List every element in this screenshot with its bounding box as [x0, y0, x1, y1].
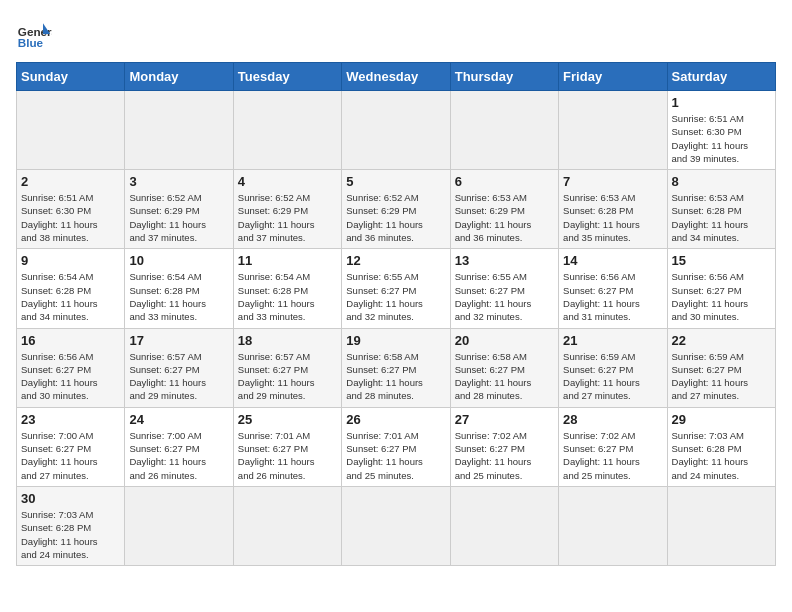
- calendar-cell: 30Sunrise: 7:03 AM Sunset: 6:28 PM Dayli…: [17, 486, 125, 565]
- weekday-header-thursday: Thursday: [450, 63, 558, 91]
- calendar-cell: 24Sunrise: 7:00 AM Sunset: 6:27 PM Dayli…: [125, 407, 233, 486]
- weekday-header-wednesday: Wednesday: [342, 63, 450, 91]
- day-info: Sunrise: 6:53 AM Sunset: 6:29 PM Dayligh…: [455, 191, 554, 244]
- calendar-cell: 14Sunrise: 6:56 AM Sunset: 6:27 PM Dayli…: [559, 249, 667, 328]
- day-number: 11: [238, 253, 337, 268]
- day-info: Sunrise: 7:03 AM Sunset: 6:28 PM Dayligh…: [21, 508, 120, 561]
- day-number: 15: [672, 253, 771, 268]
- calendar-cell: [342, 486, 450, 565]
- logo-icon: General Blue: [16, 16, 52, 52]
- day-info: Sunrise: 6:54 AM Sunset: 6:28 PM Dayligh…: [21, 270, 120, 323]
- calendar-cell: 20Sunrise: 6:58 AM Sunset: 6:27 PM Dayli…: [450, 328, 558, 407]
- calendar-cell: [450, 91, 558, 170]
- calendar-cell: 19Sunrise: 6:58 AM Sunset: 6:27 PM Dayli…: [342, 328, 450, 407]
- day-info: Sunrise: 6:55 AM Sunset: 6:27 PM Dayligh…: [346, 270, 445, 323]
- day-number: 29: [672, 412, 771, 427]
- calendar-cell: 18Sunrise: 6:57 AM Sunset: 6:27 PM Dayli…: [233, 328, 341, 407]
- day-number: 20: [455, 333, 554, 348]
- calendar-cell: 29Sunrise: 7:03 AM Sunset: 6:28 PM Dayli…: [667, 407, 775, 486]
- calendar-cell: 26Sunrise: 7:01 AM Sunset: 6:27 PM Dayli…: [342, 407, 450, 486]
- day-number: 18: [238, 333, 337, 348]
- day-info: Sunrise: 6:57 AM Sunset: 6:27 PM Dayligh…: [238, 350, 337, 403]
- calendar-cell: [450, 486, 558, 565]
- day-info: Sunrise: 7:03 AM Sunset: 6:28 PM Dayligh…: [672, 429, 771, 482]
- weekday-header-tuesday: Tuesday: [233, 63, 341, 91]
- day-info: Sunrise: 6:56 AM Sunset: 6:27 PM Dayligh…: [21, 350, 120, 403]
- calendar-cell: [667, 486, 775, 565]
- day-info: Sunrise: 6:56 AM Sunset: 6:27 PM Dayligh…: [563, 270, 662, 323]
- calendar-week-row: 2Sunrise: 6:51 AM Sunset: 6:30 PM Daylig…: [17, 170, 776, 249]
- day-info: Sunrise: 7:01 AM Sunset: 6:27 PM Dayligh…: [346, 429, 445, 482]
- calendar-cell: 7Sunrise: 6:53 AM Sunset: 6:28 PM Daylig…: [559, 170, 667, 249]
- calendar-cell: 25Sunrise: 7:01 AM Sunset: 6:27 PM Dayli…: [233, 407, 341, 486]
- day-number: 28: [563, 412, 662, 427]
- calendar-cell: [125, 91, 233, 170]
- calendar-cell: 11Sunrise: 6:54 AM Sunset: 6:28 PM Dayli…: [233, 249, 341, 328]
- day-info: Sunrise: 7:00 AM Sunset: 6:27 PM Dayligh…: [21, 429, 120, 482]
- day-info: Sunrise: 6:57 AM Sunset: 6:27 PM Dayligh…: [129, 350, 228, 403]
- day-info: Sunrise: 7:02 AM Sunset: 6:27 PM Dayligh…: [563, 429, 662, 482]
- day-number: 16: [21, 333, 120, 348]
- day-info: Sunrise: 6:53 AM Sunset: 6:28 PM Dayligh…: [563, 191, 662, 244]
- calendar-cell: [233, 91, 341, 170]
- day-number: 21: [563, 333, 662, 348]
- calendar-week-row: 23Sunrise: 7:00 AM Sunset: 6:27 PM Dayli…: [17, 407, 776, 486]
- calendar-cell: [559, 486, 667, 565]
- day-number: 19: [346, 333, 445, 348]
- day-info: Sunrise: 6:59 AM Sunset: 6:27 PM Dayligh…: [672, 350, 771, 403]
- day-number: 6: [455, 174, 554, 189]
- calendar-week-row: 30Sunrise: 7:03 AM Sunset: 6:28 PM Dayli…: [17, 486, 776, 565]
- day-number: 22: [672, 333, 771, 348]
- calendar-cell: 4Sunrise: 6:52 AM Sunset: 6:29 PM Daylig…: [233, 170, 341, 249]
- calendar-cell: 28Sunrise: 7:02 AM Sunset: 6:27 PM Dayli…: [559, 407, 667, 486]
- day-number: 12: [346, 253, 445, 268]
- day-number: 26: [346, 412, 445, 427]
- calendar-cell: 22Sunrise: 6:59 AM Sunset: 6:27 PM Dayli…: [667, 328, 775, 407]
- calendar-cell: 1Sunrise: 6:51 AM Sunset: 6:30 PM Daylig…: [667, 91, 775, 170]
- day-number: 27: [455, 412, 554, 427]
- day-number: 9: [21, 253, 120, 268]
- day-info: Sunrise: 7:01 AM Sunset: 6:27 PM Dayligh…: [238, 429, 337, 482]
- calendar-week-row: 16Sunrise: 6:56 AM Sunset: 6:27 PM Dayli…: [17, 328, 776, 407]
- calendar-cell: 5Sunrise: 6:52 AM Sunset: 6:29 PM Daylig…: [342, 170, 450, 249]
- day-info: Sunrise: 6:58 AM Sunset: 6:27 PM Dayligh…: [455, 350, 554, 403]
- calendar-cell: 3Sunrise: 6:52 AM Sunset: 6:29 PM Daylig…: [125, 170, 233, 249]
- day-info: Sunrise: 6:52 AM Sunset: 6:29 PM Dayligh…: [129, 191, 228, 244]
- day-number: 3: [129, 174, 228, 189]
- calendar-cell: 15Sunrise: 6:56 AM Sunset: 6:27 PM Dayli…: [667, 249, 775, 328]
- day-number: 7: [563, 174, 662, 189]
- day-number: 13: [455, 253, 554, 268]
- logo: General Blue: [16, 16, 52, 52]
- calendar-cell: 10Sunrise: 6:54 AM Sunset: 6:28 PM Dayli…: [125, 249, 233, 328]
- calendar-cell: [559, 91, 667, 170]
- calendar-cell: 17Sunrise: 6:57 AM Sunset: 6:27 PM Dayli…: [125, 328, 233, 407]
- calendar-week-row: 9Sunrise: 6:54 AM Sunset: 6:28 PM Daylig…: [17, 249, 776, 328]
- day-number: 5: [346, 174, 445, 189]
- day-number: 17: [129, 333, 228, 348]
- day-info: Sunrise: 6:54 AM Sunset: 6:28 PM Dayligh…: [129, 270, 228, 323]
- day-info: Sunrise: 7:00 AM Sunset: 6:27 PM Dayligh…: [129, 429, 228, 482]
- weekday-header-friday: Friday: [559, 63, 667, 91]
- calendar-cell: [342, 91, 450, 170]
- weekday-header-monday: Monday: [125, 63, 233, 91]
- calendar-table: SundayMondayTuesdayWednesdayThursdayFrid…: [16, 62, 776, 566]
- calendar-cell: 27Sunrise: 7:02 AM Sunset: 6:27 PM Dayli…: [450, 407, 558, 486]
- day-info: Sunrise: 7:02 AM Sunset: 6:27 PM Dayligh…: [455, 429, 554, 482]
- calendar-week-row: 1Sunrise: 6:51 AM Sunset: 6:30 PM Daylig…: [17, 91, 776, 170]
- day-info: Sunrise: 6:52 AM Sunset: 6:29 PM Dayligh…: [238, 191, 337, 244]
- weekday-header-sunday: Sunday: [17, 63, 125, 91]
- calendar-cell: [125, 486, 233, 565]
- calendar-cell: [233, 486, 341, 565]
- weekday-header-row: SundayMondayTuesdayWednesdayThursdayFrid…: [17, 63, 776, 91]
- day-number: 14: [563, 253, 662, 268]
- calendar-cell: 23Sunrise: 7:00 AM Sunset: 6:27 PM Dayli…: [17, 407, 125, 486]
- calendar-cell: 12Sunrise: 6:55 AM Sunset: 6:27 PM Dayli…: [342, 249, 450, 328]
- day-info: Sunrise: 6:56 AM Sunset: 6:27 PM Dayligh…: [672, 270, 771, 323]
- day-info: Sunrise: 6:55 AM Sunset: 6:27 PM Dayligh…: [455, 270, 554, 323]
- calendar-cell: 9Sunrise: 6:54 AM Sunset: 6:28 PM Daylig…: [17, 249, 125, 328]
- day-info: Sunrise: 6:59 AM Sunset: 6:27 PM Dayligh…: [563, 350, 662, 403]
- day-number: 24: [129, 412, 228, 427]
- calendar-cell: 16Sunrise: 6:56 AM Sunset: 6:27 PM Dayli…: [17, 328, 125, 407]
- day-number: 8: [672, 174, 771, 189]
- day-number: 1: [672, 95, 771, 110]
